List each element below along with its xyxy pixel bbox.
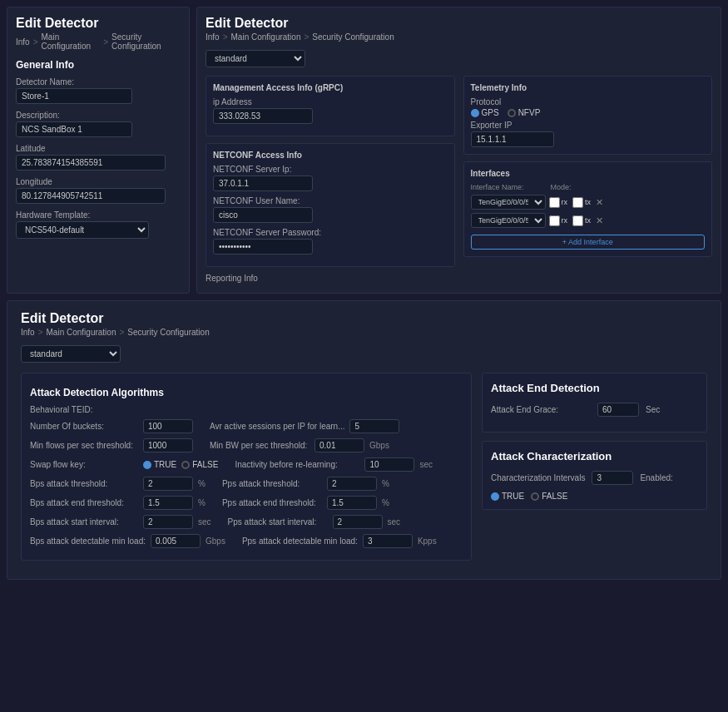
interface1-rx-checkbox[interactable] [549, 197, 560, 208]
interface1-remove-button[interactable]: ✕ [594, 197, 605, 208]
latitude-input[interactable] [16, 155, 166, 171]
netconf-user-label: NETCONF User Name: [213, 196, 448, 205]
bps-attack-start-unit: sec [198, 517, 211, 527]
longitude-input[interactable] [16, 188, 166, 204]
hardware-template-select[interactable]: NCS540-default [16, 221, 149, 239]
avr-sessions-input[interactable] [349, 419, 399, 433]
top-left-title: Edit Detector [16, 16, 181, 31]
bps-attack-detect-label: Bps attack detectable min load: [30, 536, 146, 546]
bottom-breadcrumb: Info > Main Configuration > Security Con… [21, 328, 707, 337]
longitude-group: Longitude [16, 177, 181, 204]
bottom-title: Edit Detector [21, 311, 707, 326]
buckets-input[interactable] [143, 419, 193, 433]
behavioral-teid: Behavioral TEID: [30, 405, 463, 414]
bps-attack-start-input[interactable] [143, 515, 193, 529]
description-input[interactable] [16, 121, 132, 137]
pps-attack-thresh-input[interactable] [327, 477, 377, 491]
inactivity-field: Inactivity before re-learning: sec [235, 457, 433, 472]
pps-attack-start-field: Pps attack start interval: sec [228, 515, 401, 529]
interface1-select[interactable]: TenGigE0/0/0/5 [471, 195, 546, 210]
pps-attack-end-thresh-unit: % [382, 498, 389, 507]
inactivity-input[interactable] [364, 457, 414, 472]
swap-flow-label: Swap flow key: [30, 460, 138, 469]
bps-attack-end-thresh-label: Bps attack end threshold: [30, 498, 138, 507]
general-info-title: General Info [16, 59, 181, 71]
ip-address-input[interactable] [213, 108, 313, 124]
bps-attack-detect-field: Bps attack detectable min load: Gbps [30, 534, 225, 548]
bottom-cols: Attack Detection Algorithms Behavioral T… [21, 373, 707, 569]
interface2-remove-button[interactable]: ✕ [594, 215, 605, 226]
char-intervals-input[interactable] [592, 471, 633, 485]
buckets-label: Number Of buckets: [30, 422, 138, 431]
swap-flow-false-radio[interactable] [181, 461, 190, 469]
char-enabled-false-radio[interactable] [531, 492, 539, 501]
interface2-rx-checkbox[interactable] [549, 215, 560, 226]
protocol-nfvp-option[interactable]: NFVP [508, 108, 541, 117]
bps-attack-detect-input[interactable] [151, 534, 201, 548]
swap-flow-true-option[interactable]: TRUE [143, 460, 176, 469]
add-interface-button[interactable]: + Add Interface [471, 235, 706, 250]
buckets-field: Number Of buckets: [30, 419, 193, 433]
netconf-title: NETCONF Access Info [213, 151, 448, 160]
bottom-dropdown[interactable]: standard [21, 345, 121, 363]
pps-attack-start-input[interactable] [333, 515, 383, 529]
interface1-tx[interactable]: tx [572, 197, 591, 208]
pps-attack-detect-field: Pps attack detectable min load: Kpps [242, 534, 437, 548]
mgmt-section: Management Access Info (gRPC) ip Address [206, 76, 455, 136]
enabled-label: Enabled: [640, 473, 672, 482]
bps-attack-thresh-unit: % [198, 479, 206, 488]
interface2-rx[interactable]: rx [549, 215, 568, 226]
exporter-ip-input[interactable] [471, 131, 554, 147]
row-bps-pps-thresh: Bps attack threshold: % Pps attack thres… [30, 477, 463, 491]
bps-attack-thresh-input[interactable] [143, 477, 193, 491]
top-right-dropdown[interactable]: standard [206, 50, 305, 67]
netconf-server-input[interactable] [213, 176, 313, 191]
min-bw-input[interactable] [314, 438, 364, 452]
top-left-panel: Edit Detector Info > Main Configuration … [7, 7, 190, 294]
char-enabled-false-option[interactable]: FALSE [531, 492, 567, 501]
attack-char-section: Attack Characterization Characterization… [482, 441, 707, 510]
netconf-pass-input[interactable] [213, 239, 313, 255]
interface1-rx[interactable]: rx [549, 197, 568, 208]
interface2-tx-checkbox[interactable] [572, 215, 583, 226]
swap-flow-false-option[interactable]: FALSE [181, 460, 218, 469]
pps-attack-thresh-label: Pps attack threshold: [222, 479, 322, 488]
interfaces-section: Interfaces Interface Name: Mode: TenGigE… [463, 161, 713, 257]
bottom-left-col: Attack Detection Algorithms Behavioral T… [21, 373, 472, 569]
netconf-user-input[interactable] [213, 207, 313, 223]
bps-attack-end-thresh-input[interactable] [143, 496, 193, 510]
attack-end-grace-input[interactable] [597, 403, 639, 417]
hardware-template-label: Hardware Template: [16, 210, 181, 220]
interface2-select[interactable]: TenGigE0/0/0/5 [471, 213, 546, 228]
protocol-gps-option[interactable]: GPS [471, 108, 499, 117]
interface2-mode: rx tx [549, 215, 592, 226]
bps-attack-thresh-label: Bps attack threshold: [30, 479, 138, 488]
pps-attack-thresh-field: Pps attack threshold: % [222, 477, 389, 491]
avr-sessions-label: Avr active sessions per IP for learn... [210, 422, 344, 431]
row-bps-pps-detect: Bps attack detectable min load: Gbps Pps… [30, 534, 463, 548]
inactivity-label: Inactivity before re-learning: [235, 460, 359, 469]
min-flows-input[interactable] [143, 438, 193, 452]
telemetry-title: Telemetry Info [471, 83, 706, 92]
latitude-label: Latitude [16, 144, 181, 153]
detector-name-input[interactable] [16, 88, 132, 104]
pps-attack-end-thresh-label: Pps attack end threshold: [222, 498, 322, 507]
protocol-nfvp-radio[interactable] [508, 109, 516, 117]
protocol-radio-group: GPS NFVP [471, 108, 706, 117]
netconf-pass-label: NETCONF Server Password: [213, 228, 448, 237]
pps-attack-start-label: Pps attack start interval: [228, 517, 328, 527]
char-enabled-true-radio[interactable] [491, 492, 499, 501]
interface1-tx-checkbox[interactable] [572, 197, 583, 208]
protocol-gps-radio[interactable] [471, 109, 479, 117]
protocol-label: Protocol [471, 97, 706, 106]
swap-flow-true-radio[interactable] [143, 461, 151, 469]
bps-attack-start-field: Bps attack start interval: sec [30, 515, 211, 529]
attack-end-grace-unit: Sec [646, 405, 660, 414]
row-buckets-avr: Number Of buckets: Avr active sessions p… [30, 419, 463, 433]
min-bw-label: Min BW per sec threshold: [210, 441, 310, 450]
char-enabled-true-option[interactable]: TRUE [491, 492, 524, 501]
top-right-panel: Edit Detector Info > Main Configuration … [196, 7, 721, 294]
interface2-tx[interactable]: tx [572, 215, 591, 226]
pps-attack-detect-input[interactable] [363, 534, 413, 548]
pps-attack-end-thresh-input[interactable] [327, 496, 377, 510]
